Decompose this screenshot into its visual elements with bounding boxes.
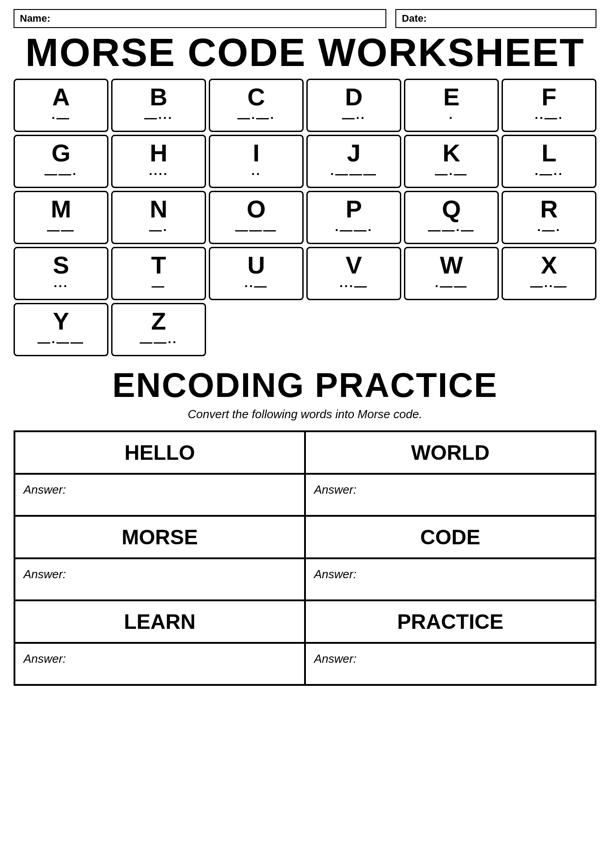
alpha-letter: F — [542, 85, 557, 109]
alpha-letter: V — [346, 253, 362, 277]
practice-grid: HELLOWORLDAnswer:Answer:MORSECODEAnswer:… — [14, 430, 596, 686]
alpha-code: ——· — [45, 167, 78, 181]
alpha-letter: Q — [442, 197, 461, 221]
alpha-code: ——·— — [428, 223, 475, 237]
alpha-code: ·—· — [537, 223, 561, 237]
alpha-code: —·— — [435, 167, 468, 181]
encoding-subtitle: Convert the following words into Morse c… — [14, 407, 596, 421]
alpha-code: —··— — [530, 279, 568, 293]
alpha-code: ——·· — [140, 335, 178, 349]
practice-answer-practice: Answer: — [305, 643, 596, 685]
alpha-letter: X — [541, 253, 557, 277]
alpha-code: ···· — [149, 167, 168, 181]
alphabet-cell-x: X—··— — [502, 247, 596, 300]
alphabet-cell-q: Q——·— — [404, 191, 499, 244]
alpha-code: ·· — [251, 167, 261, 181]
alpha-letter: A — [52, 85, 70, 109]
alpha-code: —— — [47, 223, 75, 237]
practice-answer-morse: Answer: — [14, 558, 305, 600]
alpha-code: —·—— — [38, 335, 84, 349]
date-field: Date: — [395, 9, 596, 28]
alpha-code: ··· — [54, 279, 68, 293]
name-field: Name: — [14, 9, 386, 28]
alphabet-cell-v: V···— — [306, 247, 401, 300]
alpha-letter: E — [443, 85, 460, 109]
alpha-code: —· — [149, 223, 168, 237]
alpha-letter: W — [440, 253, 463, 277]
alpha-code: ·—·· — [535, 167, 563, 181]
alpha-letter: G — [52, 141, 70, 165]
alphabet-cell-y: Y—·—— — [14, 303, 108, 356]
alphabet-cell-d: D—·· — [306, 79, 401, 132]
main-title: MORSE CODE WORKSHEET — [14, 33, 596, 72]
alphabet-cell-c: C—·—· — [209, 79, 304, 132]
alphabet-cell-s: S··· — [14, 247, 108, 300]
practice-answer-code: Answer: — [305, 558, 596, 600]
practice-word-learn: LEARN — [14, 600, 305, 643]
alphabet-cell-r: R·—· — [502, 191, 596, 244]
alpha-letter: B — [150, 85, 168, 109]
alpha-letter: D — [345, 85, 363, 109]
alphabet-cell-b: B—··· — [111, 79, 206, 132]
alpha-letter: P — [346, 197, 362, 221]
alphabet-cell-z: Z——·· — [111, 303, 206, 356]
alpha-code: ··— — [244, 279, 268, 293]
alpha-letter: S — [53, 253, 69, 277]
alpha-code: ··—· — [535, 111, 563, 125]
practice-word-morse: MORSE — [14, 516, 305, 558]
alpha-letter: I — [253, 141, 259, 165]
alpha-letter: K — [443, 141, 460, 165]
practice-answer-learn: Answer: — [14, 643, 305, 685]
alpha-letter: H — [150, 141, 168, 165]
alpha-code: ·—— — [435, 279, 468, 293]
alpha-letter: L — [542, 141, 557, 165]
alpha-code: — — [152, 279, 166, 293]
alpha-letter: Y — [53, 309, 69, 333]
date-label: Date: — [402, 13, 427, 24]
alpha-code: ···— — [339, 279, 368, 293]
alpha-code: —··· — [144, 111, 173, 125]
practice-word-practice: PRACTICE — [305, 600, 596, 643]
alphabet-cell-a: A·— — [14, 79, 108, 132]
alpha-code: ·——· — [335, 223, 373, 237]
alphabet-cell-k: K—·— — [404, 135, 499, 188]
name-label: Name: — [20, 13, 50, 24]
alphabet-cell-m: M—— — [14, 191, 108, 244]
alpha-letter: N — [150, 197, 168, 221]
practice-word-world: WORLD — [305, 431, 596, 474]
alphabet-cell-f: F··—· — [502, 79, 596, 132]
practice-answer-hello: Answer: — [14, 474, 305, 516]
practice-answer-world: Answer: — [305, 474, 596, 516]
alpha-letter: R — [540, 197, 558, 221]
alpha-code: · — [449, 111, 454, 125]
alpha-letter: U — [248, 253, 265, 277]
practice-word-hello: HELLO — [14, 431, 305, 474]
alphabet-cell-o: O——— — [209, 191, 304, 244]
alpha-letter: O — [247, 197, 266, 221]
alphabet-cell-n: N—· — [111, 191, 206, 244]
alpha-letter: M — [51, 197, 71, 221]
alpha-letter: Z — [151, 309, 166, 333]
alpha-code: ·— — [52, 111, 70, 125]
alphabet-cell-g: G——· — [14, 135, 108, 188]
alphabet-cell-i: I·· — [209, 135, 304, 188]
encoding-section-title: ENCODING PRACTICE — [14, 365, 596, 405]
alpha-code: ——— — [235, 223, 277, 237]
practice-word-code: CODE — [305, 516, 596, 558]
alphabet-cell-h: H···· — [111, 135, 206, 188]
alpha-letter: J — [347, 141, 361, 165]
alpha-code: ·——— — [330, 167, 377, 181]
alphabet-cell-t: T— — [111, 247, 206, 300]
alpha-letter: C — [248, 85, 265, 109]
alpha-letter: T — [151, 253, 166, 277]
alpha-code: —·—· — [237, 111, 275, 125]
alphabet-cell-e: E· — [404, 79, 499, 132]
alphabet-cell-u: U··— — [209, 247, 304, 300]
alphabet-grid: A·—B—···C—·—·D—··E·F··—·G——·H····I··J·——… — [14, 79, 596, 356]
alphabet-cell-j: J·——— — [306, 135, 401, 188]
alphabet-cell-w: W·—— — [404, 247, 499, 300]
alpha-code: —·· — [342, 111, 366, 125]
alphabet-cell-l: L·—·· — [502, 135, 596, 188]
alphabet-cell-p: P·——· — [306, 191, 401, 244]
header-fields: Name: Date: — [14, 9, 596, 28]
